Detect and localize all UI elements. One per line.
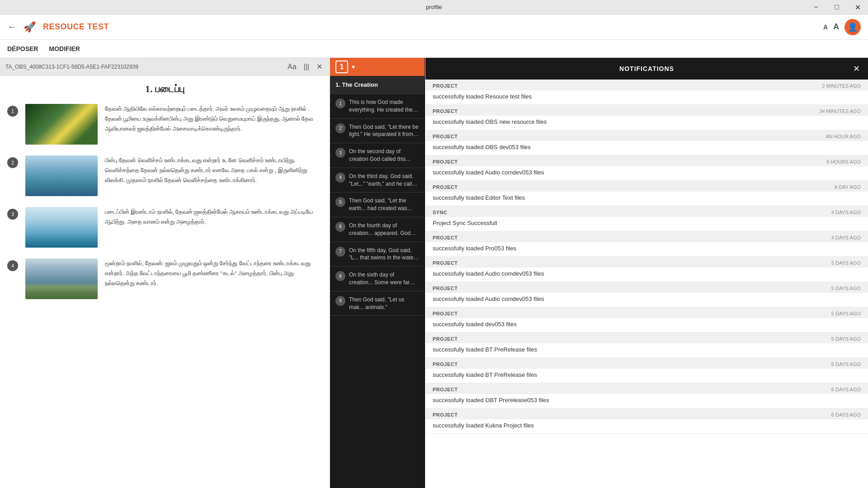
notification-item: PROJECT 6 DAYS AGO successfully loaded O… (425, 383, 868, 408)
verse-image (25, 104, 98, 145)
verse-number: 3 (7, 209, 18, 220)
notification-time: AN HOUR AGO (826, 134, 861, 139)
main-area: TA_OBS_4008C313-1CF1-58D5-A5E1-FAF223102… (0, 58, 868, 488)
verse-list-item[interactable]: 6 On the fourth day of creation... appea… (330, 217, 425, 242)
verse-item-text: Then God said, "Let the earth... had cre… (349, 197, 419, 212)
notifications-close-button[interactable]: ✕ (850, 62, 863, 75)
notification-message: successfully loaded Audio comdev053 file… (425, 267, 868, 282)
notification-message: successfully loaded Audio comdev053 file… (425, 293, 868, 307)
verse-block: 2 பின்பு தேவன் வெளிச்சம் உண்டாக்கடவது என… (7, 155, 322, 196)
notification-time: 6 DAYS AGO (831, 361, 861, 367)
notification-time: A DAY AGO (835, 184, 861, 190)
notification-item: PROJECT 6 HOURS AGO successfully loaded … (425, 155, 868, 181)
notification-header-row: PROJECT AN HOUR AGO (425, 130, 868, 141)
notification-type: PROJECT (433, 387, 458, 392)
notification-time: 5 DAYS AGO (831, 311, 861, 316)
chapter-heading-text: 1. The Creation (335, 81, 419, 88)
back-button[interactable]: ← (7, 22, 16, 32)
verse-list-item[interactable]: 2 Then God said, "Let there be light." H… (330, 119, 425, 144)
verse-text: மூன்றாம் நாளில், தேவன்: ஜலம் முழுவதும் ஒ… (105, 258, 322, 288)
notifications-header: NOTIFICATIONS ✕ (425, 58, 868, 80)
app-header: ← 🚀 RESOUCE TEST A A 👤 (0, 14, 868, 40)
middle-panel: 1 ▾ 1. The Creation 1 This is how God ma… (330, 58, 425, 488)
notification-type: SYNC (433, 210, 448, 215)
notification-time: 4 DAYS AGO (831, 210, 861, 215)
notification-type: PROJECT (433, 311, 458, 316)
notification-item: PROJECT 5 DAYS AGO successfully loaded A… (425, 282, 868, 307)
notification-time: 2 MINUTES AGO (822, 83, 861, 89)
notification-type: PROJECT (433, 134, 458, 139)
verse-image (25, 207, 98, 248)
avatar[interactable]: 👤 (844, 19, 861, 35)
font-size-small-button[interactable]: A (823, 23, 828, 31)
notification-header-row: PROJECT 6 DAYS AGO (425, 358, 868, 369)
verse-item-text: Then God said, "Let there be light." He … (349, 123, 419, 139)
notification-header-row: PROJECT 2 MINUTES AGO (425, 80, 868, 90)
notification-header-row: SYNC 4 DAYS AGO (425, 206, 868, 217)
back-icon: ← (7, 22, 16, 32)
verse-number: 1 (7, 106, 18, 117)
window-title: profile (426, 4, 442, 10)
verse-item-number: 8 (335, 271, 345, 281)
notification-type: PROJECT (433, 83, 458, 89)
verse-item-number: 1 (335, 99, 345, 108)
notification-message: successfully loaded Resouce test files (425, 90, 868, 104)
notification-message: successfully loaded Kukna Project files (425, 419, 868, 433)
notification-item: PROJECT AN HOUR AGO successfully loaded … (425, 130, 868, 155)
notification-type: PROJECT (433, 361, 458, 367)
notification-message: successfully loaded Pro053 files (425, 242, 868, 256)
verse-image (25, 155, 98, 196)
verse-list-item[interactable]: 9 Then God said, "Let us mak... animals.… (330, 291, 425, 316)
verse-list-item[interactable]: 1 This is how God made everything. He cr… (330, 94, 425, 119)
window-controls: − □ ✕ (806, 0, 868, 14)
verse-item-number: 7 (335, 247, 345, 257)
notification-header-row: PROJECT 34 MINUTES AGO (425, 105, 868, 116)
font-toggle-button[interactable]: Aa (286, 61, 298, 73)
avatar-icon: 👤 (848, 22, 858, 32)
notification-item: PROJECT A DAY AGO successfully loaded Ed… (425, 181, 868, 206)
chapter-number-badge: 1 (335, 61, 348, 73)
nav-item-modifier[interactable]: MODIFIER (49, 42, 80, 56)
notification-message: successfully loaded OBS dev053 files (425, 141, 868, 155)
verse-text: பின்பு தேவன் வெளிச்சம் உண்டாக்கடவது என்ற… (105, 155, 322, 185)
notification-message: successfully loaded BT PreRelease files (425, 369, 868, 383)
close-panel-button[interactable]: ✕ (315, 61, 324, 73)
columns-toggle-button[interactable]: ||| (302, 61, 311, 73)
notification-header-row: PROJECT 5 DAYS AGO (425, 333, 868, 343)
notification-type: PROJECT (433, 235, 458, 240)
notification-header-row: PROJECT 6 DAYS AGO (425, 408, 868, 419)
notification-time: 6 HOURS AGO (826, 159, 861, 164)
notification-header-row: PROJECT 6 HOURS AGO (425, 155, 868, 166)
notification-message: successfully loaded OBS new resource fil… (425, 116, 868, 130)
verse-list-item[interactable]: 4 On the third day, God said, "Let..." "… (330, 168, 425, 193)
verse-block: 1 தேவன் ஆதியிலே எல்லாவற்றையும் படைத்தார்… (7, 104, 322, 145)
notification-time: 34 MINUTES AGO (819, 108, 861, 114)
rocket-icon: 🚀 (24, 21, 36, 33)
notification-message: successfully loaded dev053 files (425, 318, 868, 332)
verse-item-number: 4 (335, 173, 345, 183)
notification-type: PROJECT (433, 184, 458, 190)
maximize-button[interactable]: □ (826, 0, 847, 14)
verse-block: 3 படைப்பின் இரண்டாம் நாளில், தேவன்:ஜலத்த… (7, 207, 322, 248)
font-size-large-button[interactable]: A (833, 22, 839, 32)
verse-list-item[interactable]: 5 Then God said, "Let the earth... had c… (330, 192, 425, 217)
file-id-label: TA_OBS_4008C313-1CF1-58D5-A5E1-FAF223102… (5, 64, 282, 70)
verse-item-number: 6 (335, 222, 345, 232)
notifications-title: NOTIFICATIONS (619, 65, 674, 72)
close-window-button[interactable]: ✕ (847, 0, 868, 14)
notification-item: PROJECT 2 MINUTES AGO successfully loade… (425, 80, 868, 105)
notification-type: PROJECT (433, 108, 458, 114)
notification-header-row: PROJECT 5 DAYS AGO (425, 307, 868, 318)
verse-item-text: On the sixth day of creation... Some wer… (349, 271, 419, 286)
notification-header-row: PROJECT 5 DAYS AGO (425, 257, 868, 267)
notification-type: PROJECT (433, 260, 458, 266)
verse-list-item[interactable]: 3 On the second day of creation God call… (330, 143, 425, 168)
verse-list-item[interactable]: 8 On the sixth day of creation... Some w… (330, 267, 425, 291)
nav-item-deposer[interactable]: DÉPOSER (7, 42, 38, 56)
verse-image (25, 258, 98, 299)
notification-header-row: PROJECT 5 DAYS AGO (425, 282, 868, 293)
chapter-dropdown-button[interactable]: ▾ (352, 63, 355, 70)
verse-number: 4 (7, 260, 18, 271)
minimize-button[interactable]: − (806, 0, 826, 14)
verse-list-item[interactable]: 7 On the fifth day, God said, "L... that… (330, 242, 425, 267)
